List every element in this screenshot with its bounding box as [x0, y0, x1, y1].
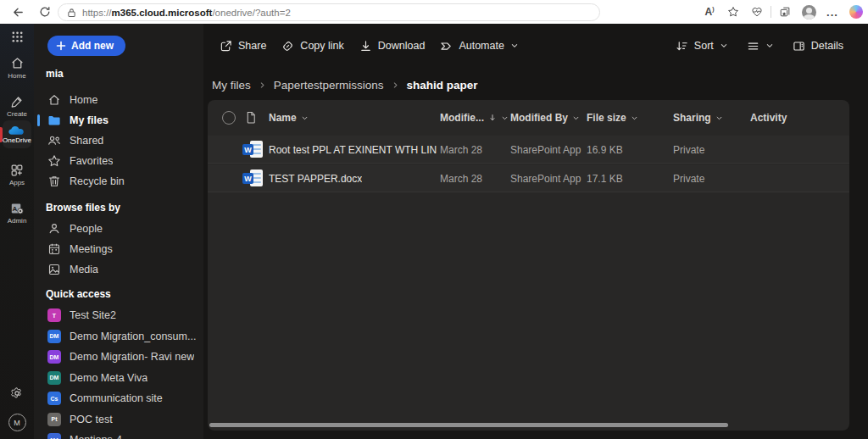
- rail-item-label: Apps: [9, 179, 25, 186]
- file-size: 16.9 KB: [587, 136, 623, 164]
- column-header-name[interactable]: Name: [269, 100, 309, 136]
- share-button[interactable]: Share: [212, 36, 274, 57]
- rail-item-create[interactable]: Create: [0, 95, 34, 118]
- file-row-test-papper[interactable]: W TEST PAPPER.docx March 28 SharePoint A…: [208, 164, 849, 192]
- file-name: Root test PPL AT EXINENT WTH LINK CAN...: [269, 136, 437, 164]
- app-rail: Home Create OneDrive Apps A Admin: [0, 24, 34, 439]
- breadcrumb-my-files[interactable]: My files: [212, 79, 251, 92]
- quick-access-label: Demo Migration_consum...: [70, 331, 196, 342]
- copy-link-label: Copy link: [300, 40, 343, 52]
- trash-icon: [47, 175, 61, 188]
- sidebar-item-label: Shared: [70, 135, 103, 147]
- sidebar-item-people[interactable]: People: [34, 219, 203, 239]
- favorites-star-button[interactable]: [723, 3, 743, 21]
- browser-back-button[interactable]: [7, 3, 29, 21]
- rail-account-button[interactable]: M: [0, 414, 34, 431]
- profile-avatar-icon: [802, 5, 816, 19]
- site-avatar: DM: [47, 371, 61, 385]
- browser-refresh-button[interactable]: [34, 3, 56, 21]
- list-view-icon: [747, 40, 760, 53]
- chevron-down-icon: [715, 114, 723, 122]
- sidebar-item-recycle-bin[interactable]: Recycle bin: [34, 171, 203, 192]
- browse-files-by-header: Browse files by: [46, 202, 120, 214]
- file-list-panel: Name Modifie... Modified By File size: [208, 100, 849, 431]
- horizontal-scrollbar[interactable]: [209, 423, 728, 427]
- collections-icon: [779, 6, 791, 18]
- add-new-label: Add new: [71, 40, 114, 52]
- add-new-button[interactable]: Add new: [47, 36, 125, 56]
- column-header-sharing[interactable]: Sharing: [673, 100, 723, 136]
- file-type-column-icon[interactable]: [245, 111, 257, 127]
- quick-access-label: Communication site: [70, 392, 163, 404]
- chevron-right-icon: [392, 81, 399, 89]
- rail-settings-button[interactable]: [0, 386, 34, 400]
- chevron-down-icon: [510, 42, 519, 50]
- url-host: m365.cloud.microsoft: [112, 8, 213, 18]
- sidebar-item-meetings[interactable]: Meetings: [34, 239, 203, 259]
- quick-access-item-demo-meta-viva[interactable]: DM Demo Meta Viva: [34, 368, 203, 388]
- favorites-bar-button[interactable]: [775, 3, 795, 21]
- column-header-modified-by[interactable]: Modified By: [510, 100, 580, 136]
- site-avatar: Cs: [47, 392, 61, 405]
- quick-access-item-communication-site[interactable]: Cs Communication site: [34, 388, 203, 408]
- quick-access-label: POC test: [70, 414, 113, 425]
- site-avatar: T: [47, 308, 61, 322]
- address-bar[interactable]: https://m365.cloud.microsoft/onedrive/?a…: [58, 3, 600, 21]
- copilot-button[interactable]: [846, 3, 866, 21]
- file-name: TEST PAPPER.docx: [269, 164, 362, 192]
- file-size: 17.1 KB: [587, 164, 623, 192]
- sort-label: Sort: [694, 40, 714, 52]
- sort-button[interactable]: Sort: [668, 36, 736, 57]
- column-header-file-size[interactable]: File size: [587, 100, 638, 136]
- read-aloud-button[interactable]: A): [699, 3, 720, 21]
- column-header-activity[interactable]: Activity: [750, 100, 787, 136]
- breadcrumb-current-folder[interactable]: shahid paper: [407, 79, 478, 92]
- toolbar-divider: [771, 6, 771, 18]
- quick-access-item-mentions-4[interactable]: M4 Mentions-4: [34, 430, 203, 439]
- details-button[interactable]: Details: [785, 36, 851, 57]
- automate-button[interactable]: Automate: [432, 36, 526, 57]
- back-arrow-icon: [12, 6, 25, 19]
- column-label: File size: [587, 112, 626, 124]
- automate-icon: [440, 40, 453, 53]
- download-button[interactable]: Download: [352, 36, 433, 57]
- quick-access-item-demo-migration-ravi[interactable]: DM Demo Migration- Ravi new: [34, 347, 203, 367]
- sidebar-item-media[interactable]: Media: [34, 259, 203, 280]
- copy-link-button[interactable]: Copy link: [274, 36, 351, 57]
- view-options-button[interactable]: [739, 36, 782, 57]
- rail-item-onedrive-active[interactable]: OneDrive: [3, 120, 31, 148]
- browser-essentials-button[interactable]: [747, 3, 767, 21]
- quick-access-item-demo-migration-consum[interactable]: DM Demo Migration_consum...: [34, 326, 203, 347]
- column-label: Name: [269, 112, 297, 124]
- waffle-menu-button[interactable]: [0, 31, 34, 43]
- apps-icon: [10, 164, 24, 177]
- sidebar-item-shared[interactable]: Shared: [34, 131, 203, 151]
- quick-access-item-poc-test[interactable]: Pt POC test: [34, 409, 203, 430]
- chevron-down-icon: [631, 114, 638, 122]
- sidebar-item-my-files[interactable]: My files: [34, 110, 203, 131]
- sidebar-item-home[interactable]: Home: [34, 90, 203, 110]
- download-label: Download: [378, 40, 426, 52]
- main-content: Share Copy link Download Automate: [203, 24, 868, 439]
- site-avatar: DM: [47, 350, 61, 364]
- column-header-modified[interactable]: Modifie...: [440, 100, 509, 136]
- browser-profile-button[interactable]: [798, 3, 819, 21]
- gear-icon: [10, 386, 24, 400]
- select-all-checkbox[interactable]: [222, 111, 236, 125]
- star-icon: [727, 6, 739, 18]
- home-icon: [47, 93, 61, 107]
- rail-item-admin[interactable]: A Admin: [0, 202, 34, 225]
- browser-settings-more-button[interactable]: ...: [822, 3, 843, 21]
- rail-item-apps[interactable]: Apps: [0, 164, 34, 186]
- column-label: Modified By: [510, 112, 568, 124]
- sidebar-item-favorites[interactable]: Favorites: [34, 151, 203, 171]
- quick-access-item-test-site2[interactable]: T Test Site2: [34, 305, 203, 325]
- breadcrumb-papertestpermissions[interactable]: Papertestpermissions: [274, 79, 384, 92]
- file-sharing-status: Private: [673, 164, 704, 192]
- sidebar-item-label: Home: [70, 94, 97, 106]
- rail-item-label: Admin: [8, 217, 27, 225]
- sidebar-item-label: Recycle bin: [70, 175, 125, 187]
- image-icon: [47, 263, 61, 276]
- rail-item-home[interactable]: Home: [0, 56, 34, 80]
- file-row-root-test[interactable]: W Root test PPL AT EXINENT WTH LINK CAN.…: [208, 136, 849, 164]
